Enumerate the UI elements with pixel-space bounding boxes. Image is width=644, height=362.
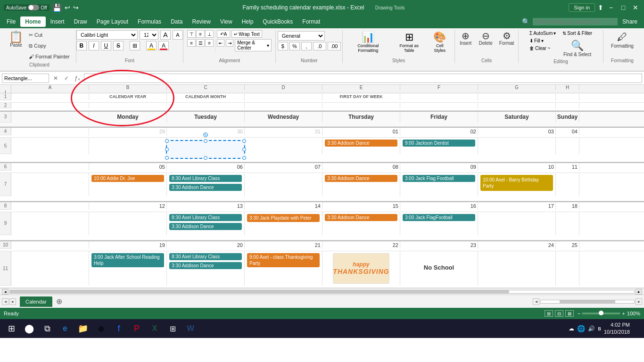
cell-f5-fri[interactable]: 9:00 Jackson Dentist xyxy=(400,138,478,154)
merge-center-button[interactable]: Merge & Center ▾ xyxy=(235,39,272,51)
tab-scroll-right[interactable]: ▸ xyxy=(9,298,16,305)
col-header-a[interactable]: A xyxy=(11,85,89,90)
cell-f3-friday[interactable]: Friday xyxy=(400,112,478,123)
cell-a10[interactable] xyxy=(11,241,89,249)
cell-f9-fri[interactable]: 3:00 Jack FlagFootball xyxy=(400,212,478,235)
cell-d8-wed-14[interactable]: 14 xyxy=(245,202,322,210)
cell-d4-wed-31[interactable]: 31 xyxy=(245,128,322,135)
cell-i8[interactable] xyxy=(0,210,11,212)
menu-item-help[interactable]: Help xyxy=(237,16,258,27)
facebook-button[interactable]: f xyxy=(111,321,126,336)
cell-h2[interactable] xyxy=(556,103,579,108)
cell-e5-thu[interactable]: 3:30 Addison Dance xyxy=(322,138,400,154)
cell-b9-mon[interactable] xyxy=(89,212,167,235)
cell-c3-tuesday[interactable]: Tuesday xyxy=(167,112,245,123)
event-tue-w4-dance-bot[interactable]: 3:30 Addison Dance xyxy=(169,262,242,269)
share-button[interactable]: Share xyxy=(618,16,642,27)
cell-d2[interactable] xyxy=(245,103,322,108)
search-input[interactable] xyxy=(533,18,618,25)
cell-i11[interactable] xyxy=(0,286,11,288)
cell-h8-sun-18[interactable]: 18 xyxy=(556,202,579,210)
col-header-e[interactable]: E xyxy=(322,85,400,90)
col-header-b[interactable]: B xyxy=(89,85,167,90)
handle-tm[interactable] xyxy=(204,139,207,143)
cell-b10-mon-19[interactable]: 19 xyxy=(89,241,167,249)
cell-d9-wed[interactable]: 3:30 Jack Playdate with Peter xyxy=(245,212,322,235)
close-button[interactable]: ✕ xyxy=(631,3,640,12)
cell-h11-sun[interactable] xyxy=(556,251,579,286)
autosave-switch[interactable] xyxy=(28,5,39,10)
cell-g9-sat[interactable] xyxy=(478,212,556,235)
cell-g10-sat-24[interactable]: 24 xyxy=(478,241,556,249)
cell-e8-thu-15[interactable]: 15 xyxy=(322,202,400,210)
menu-item-insert[interactable]: Insert xyxy=(46,16,69,27)
conditional-formatting-button[interactable]: 📊 Conditional Formatting xyxy=(347,30,389,54)
task-view-button[interactable]: ⧉ xyxy=(40,321,55,336)
cell-h9-sun[interactable] xyxy=(556,212,579,235)
handle-tr[interactable] xyxy=(242,139,246,143)
cell-i2[interactable] xyxy=(0,108,11,110)
cut-button[interactable]: ✂ Cut xyxy=(26,30,72,40)
align-right-button[interactable]: ≡ xyxy=(205,39,214,47)
menu-item-draw[interactable]: Draw xyxy=(69,16,92,27)
cell-b6-mon-05[interactable]: 05 xyxy=(89,163,167,171)
cell-a1[interactable] xyxy=(11,93,89,100)
dollar-button[interactable]: $ xyxy=(278,42,288,50)
cell-h7-sun[interactable] xyxy=(556,173,579,196)
autosum-button[interactable]: Σ AutoSum ▾ xyxy=(528,30,558,36)
rotate-text-button[interactable]: ↶A xyxy=(217,30,230,38)
menu-item-format[interactable]: Format xyxy=(297,16,325,27)
cell-a5[interactable] xyxy=(11,138,89,154)
add-sheet-button[interactable]: ⊕ xyxy=(54,296,65,307)
show-desktop-button[interactable] xyxy=(633,319,640,338)
cell-d3-wednesday[interactable]: Wednesday xyxy=(245,112,322,123)
cell-b1[interactable]: CALENDAR YEAR xyxy=(89,93,167,100)
cell-a3[interactable] xyxy=(11,112,89,123)
cell-i6[interactable] xyxy=(0,171,11,173)
cell-c2[interactable] xyxy=(167,103,245,108)
cell-f2[interactable] xyxy=(400,103,478,108)
align-left-button[interactable]: ≡ xyxy=(187,39,196,47)
cell-a7[interactable] xyxy=(11,173,89,196)
excel-taskbar-button[interactable]: X xyxy=(147,321,162,336)
cell-c6-tue-06[interactable]: 06 xyxy=(167,163,245,171)
cell-a6[interactable] xyxy=(11,163,89,171)
save-icon[interactable]: 💾 xyxy=(52,3,62,12)
cell-c5-tue[interactable]: ↻ xyxy=(167,138,245,154)
cell-a8[interactable] xyxy=(11,202,89,210)
cell-e9-thu[interactable]: 3:30 Addison Dance xyxy=(322,212,400,235)
cell-h3-sunday[interactable]: Sunday xyxy=(556,112,579,123)
zoom-slider[interactable] xyxy=(582,313,620,314)
internet-icon[interactable]: 🌐 xyxy=(577,325,585,332)
handle-br[interactable] xyxy=(242,156,246,160)
cell-b3-monday[interactable]: Monday xyxy=(89,112,167,123)
decrease-decimal-button[interactable]: .00 xyxy=(328,42,341,50)
name-box[interactable]: Rectangle... xyxy=(2,74,49,83)
cell-h5-sun[interactable] xyxy=(556,138,579,154)
cell-d5-wed[interactable] xyxy=(245,138,322,154)
col-header-c[interactable]: C xyxy=(167,85,245,90)
cell-i3[interactable] xyxy=(0,123,11,127)
event-sat-w2-axel-birthday[interactable]: 10:00 Axel - Barry Birthday Party xyxy=(480,175,553,191)
menu-item-formulas[interactable]: Formulas xyxy=(133,16,166,27)
cell-g8-sat-17[interactable]: 17 xyxy=(478,202,556,210)
cell-e1[interactable]: FIRST DAY OF WEEK xyxy=(322,93,400,100)
pinterest-button[interactable]: P xyxy=(129,321,144,336)
comma-button[interactable]: , xyxy=(301,42,312,50)
wrap-text-button[interactable]: ↵ Wrap Text xyxy=(231,30,262,38)
align-middle-button[interactable]: ≡ xyxy=(196,30,205,38)
col-header-f[interactable]: F xyxy=(400,85,478,90)
cell-h4-sun-04[interactable]: 04 xyxy=(556,128,579,135)
format-as-table-button[interactable]: ⊞ Format as Table xyxy=(393,30,425,54)
cell-b11-mon[interactable]: 3:00 Jack After School Reading Help xyxy=(89,251,167,286)
cell-h10-sun-25[interactable]: 25 xyxy=(556,241,579,249)
cell-i7[interactable] xyxy=(0,196,11,201)
cell-a4[interactable] xyxy=(11,128,89,135)
menu-item-review[interactable]: Review xyxy=(187,16,215,27)
start-button[interactable]: ⊞ xyxy=(4,321,19,336)
scroll-right-btn[interactable]: ▸ xyxy=(636,289,642,295)
event-tue-w2-dance-bot[interactable]: 3:30 Addison Dance xyxy=(169,184,242,191)
undo-icon[interactable]: ↩ xyxy=(65,4,70,11)
event-tue-w2-axel-top[interactable]: 8:30 Axel Library Class xyxy=(169,175,242,182)
cell-g4-sat-03[interactable]: 03 xyxy=(478,128,556,135)
